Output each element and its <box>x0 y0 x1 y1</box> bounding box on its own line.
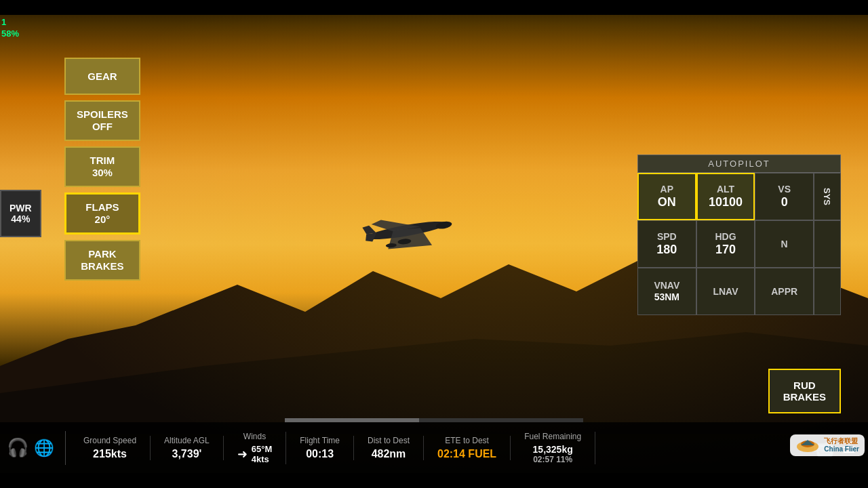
status-line1: 1 <box>1 17 19 28</box>
ground-speed-item: Ground Speed 215kts <box>70 436 151 460</box>
divider-1 <box>65 431 66 465</box>
hdg-button[interactable]: HDG 170 <box>696 220 755 268</box>
hdg-label: HDG <box>715 231 736 243</box>
pwr-label: PWR <box>9 203 32 214</box>
ap-on-button[interactable]: AP ON <box>637 173 696 220</box>
gear-label: GEAR <box>87 70 117 83</box>
svg-marker-6 <box>362 225 376 235</box>
flaps-label: FLAPS20° <box>85 201 119 226</box>
alt-button[interactable]: ALT 10100 <box>696 173 755 220</box>
vnav-value: 53NM <box>654 291 679 303</box>
ground-speed-value: 215kts <box>93 448 127 460</box>
ap-value: ON <box>658 195 676 210</box>
fuel-remaining-label: Fuel Remaining <box>524 432 581 441</box>
autopilot-header: AUTOPILOT <box>637 155 841 173</box>
sys-label: SYS <box>822 188 832 205</box>
appr-button[interactable]: APPR <box>755 268 814 315</box>
altitude-agl-item: Altitude AGL 3,739' <box>151 436 224 460</box>
gear-button[interactable]: GEAR <box>64 58 140 95</box>
vs-label: VS <box>778 184 791 195</box>
rud-brakes-button[interactable]: RUDBRAKES <box>768 369 841 413</box>
vnav-button[interactable]: VNAV 53NM <box>637 268 696 315</box>
progress-bar-fill <box>285 418 419 422</box>
flaps-button[interactable]: FLAPS20° <box>64 192 140 235</box>
spd-button[interactable]: SPD 180 <box>637 220 696 268</box>
flight-time-item: Flight Time 00:13 <box>286 436 354 460</box>
progress-bar-container <box>285 418 583 422</box>
hdg-value: 170 <box>715 243 736 258</box>
flight-time-label: Flight Time <box>300 436 340 445</box>
trim-button[interactable]: TRIM30% <box>64 146 140 187</box>
headset-icon[interactable]: 🎧 <box>7 437 28 458</box>
alt-value: 10100 <box>709 195 743 210</box>
winds-value-line1: 65°M <box>252 444 273 454</box>
autopilot-panel: AUTOPILOT AP ON ALT 10100 VS 0 SYS SPD 1… <box>637 155 841 315</box>
wind-arrow-icon: ➜ <box>237 447 248 462</box>
sys-button[interactable]: SYS <box>814 173 841 220</box>
spd-label: SPD <box>657 231 677 243</box>
altitude-agl-value: 3,739' <box>172 448 202 460</box>
vs-value: 0 <box>781 195 788 210</box>
fuel-remaining-value: 15,325kg <box>533 444 573 455</box>
vnav-label: VNAV <box>654 280 679 291</box>
autopilot-title: AUTOPILOT <box>708 159 770 169</box>
ete-to-dest-label: ETE to Dest <box>445 436 489 445</box>
park-brakes-button[interactable]: PARKBRAKES <box>64 240 140 281</box>
spd-value: 180 <box>656 243 677 258</box>
lnav-label: LNAV <box>713 286 738 298</box>
vs-button[interactable]: VS 0 <box>755 173 814 220</box>
status-text: 1 58% <box>1 17 19 40</box>
rud-brakes-panel: RUDBRAKES <box>768 369 841 413</box>
alt-label: ALT <box>717 184 734 195</box>
winds-value-line2: 4kts <box>252 454 269 464</box>
spoilers-label: SPOILERSOFF <box>77 108 128 133</box>
watermark-logo <box>795 437 820 453</box>
dist-to-dest-item: Dist to Dest 482nm <box>354 436 424 460</box>
fuel-remaining-sub: 02:57 11% <box>533 455 572 464</box>
rud-brakes-label: RUDBRAKES <box>783 380 826 403</box>
n-label: N <box>781 239 788 250</box>
fuel-remaining-item: Fuel Remaining 15,325kg 02:57 11% <box>511 432 595 464</box>
watermark: 飞行者联盟China Flier <box>790 434 865 456</box>
ete-to-dest-item: ETE to Dest 02:14 FUEL <box>424 436 511 460</box>
bottom-bar <box>0 473 868 488</box>
spoilers-button[interactable]: SPOILERSOFF <box>64 100 140 141</box>
altitude-agl-label: Altitude AGL <box>164 436 210 445</box>
ete-to-dest-value: 02:14 FUEL <box>437 448 496 460</box>
left-panel: GEAR SPOILERSOFF TRIM30% FLAPS20° PARKBR… <box>64 58 140 281</box>
dist-to-dest-value: 482nm <box>372 448 406 460</box>
pwr-value: 44% <box>9 214 32 224</box>
airplane <box>351 199 463 262</box>
park-brakes-label: PARKBRAKES <box>81 248 123 272</box>
dist-to-dest-label: Dist to Dest <box>368 436 410 445</box>
info-bar: 🎧 🌐 Ground Speed 215kts Altitude AGL 3,7… <box>0 422 868 473</box>
watermark-line1: 飞行者联盟China Flier <box>824 437 859 453</box>
winds-item: Winds ➜ 65°M 4kts <box>224 432 287 464</box>
lnav-button[interactable]: LNAV <box>696 268 755 315</box>
appr-label: APPR <box>771 286 797 298</box>
trim-label: TRIM30% <box>90 155 115 179</box>
ap-label: AP <box>660 184 673 195</box>
pwr-button[interactable]: PWR 44% <box>0 190 41 237</box>
flight-time-value: 00:13 <box>306 448 334 460</box>
pwr-panel[interactable]: PWR 44% <box>0 190 41 237</box>
top-bar <box>0 0 868 15</box>
winds-label: Winds <box>243 432 266 441</box>
status-line2: 58% <box>1 28 19 40</box>
ground-speed-label: Ground Speed <box>83 436 136 445</box>
n-button[interactable]: N <box>755 220 814 268</box>
globe-icon[interactable]: 🌐 <box>34 439 54 458</box>
